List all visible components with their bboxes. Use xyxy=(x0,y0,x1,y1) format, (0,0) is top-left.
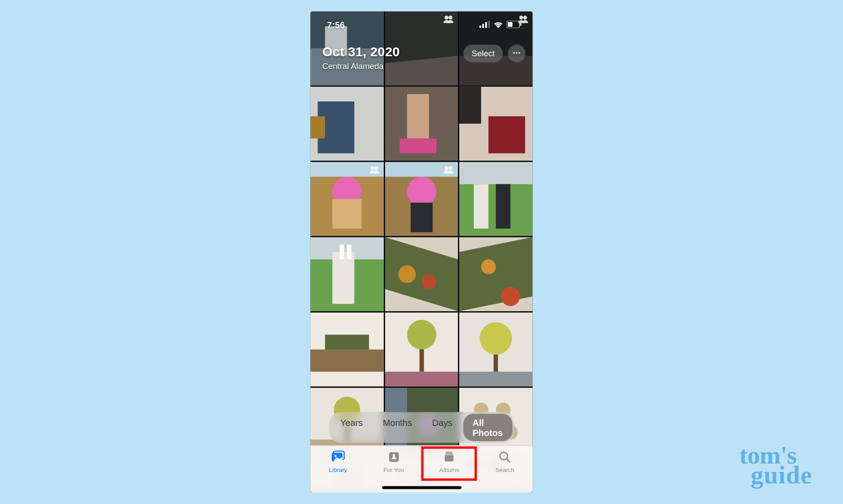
svg-point-28 xyxy=(407,177,436,207)
svg-rect-19 xyxy=(459,86,481,123)
search-icon xyxy=(497,450,512,466)
ellipsis-icon xyxy=(512,48,522,59)
svg-point-30 xyxy=(445,166,449,170)
svg-point-100 xyxy=(334,455,336,457)
tab-label: Albums xyxy=(440,467,459,473)
svg-point-54 xyxy=(407,320,436,350)
svg-rect-38 xyxy=(332,252,354,304)
svg-rect-92 xyxy=(508,22,512,27)
photo-thumbnail[interactable] xyxy=(459,313,533,387)
header-location: Central Alameda xyxy=(322,61,400,71)
people-icon xyxy=(368,166,380,174)
svg-rect-89 xyxy=(485,22,487,28)
svg-rect-13 xyxy=(310,116,325,139)
photo-thumbnail[interactable] xyxy=(385,313,458,387)
photo-thumbnail[interactable] xyxy=(459,162,533,236)
svg-rect-88 xyxy=(482,24,484,28)
svg-rect-55 xyxy=(385,372,458,387)
albums-icon xyxy=(442,450,457,466)
time-segmented-control[interactable]: Years Months Days All Photos xyxy=(329,412,514,443)
iphone-screenshot: 7:56 Oct 31, 2020 Central Alameda Select… xyxy=(310,11,533,493)
tab-label: For You xyxy=(383,467,404,473)
photo-thumbnail[interactable] xyxy=(459,86,533,161)
svg-point-44 xyxy=(422,274,436,289)
svg-rect-15 xyxy=(407,94,429,138)
photo-thumbnail[interactable] xyxy=(310,86,384,161)
segment-months[interactable]: Months xyxy=(373,414,422,441)
svg-rect-34 xyxy=(474,184,489,228)
for-you-icon xyxy=(386,450,401,466)
svg-rect-87 xyxy=(479,25,481,28)
tab-search[interactable]: Search xyxy=(477,446,533,493)
svg-point-94 xyxy=(513,52,515,54)
svg-rect-59 xyxy=(459,372,533,387)
wifi-icon xyxy=(494,19,503,29)
svg-rect-90 xyxy=(488,21,490,28)
segment-all-photos[interactable]: All Photos xyxy=(463,414,512,441)
photo-thumbnail[interactable] xyxy=(459,237,533,311)
svg-rect-39 xyxy=(340,245,344,259)
svg-point-25 xyxy=(374,166,378,170)
svg-point-102 xyxy=(393,454,395,457)
more-button[interactable] xyxy=(508,44,526,62)
photo-thumbnail[interactable] xyxy=(310,237,384,311)
svg-point-58 xyxy=(480,322,512,355)
tab-label: Library xyxy=(329,467,347,473)
svg-point-96 xyxy=(519,52,520,54)
select-button[interactable]: Select xyxy=(463,44,503,62)
photo-grid[interactable] xyxy=(310,11,533,462)
tab-label: Search xyxy=(495,467,514,473)
battery-icon xyxy=(507,19,522,29)
photo-thumbnail[interactable] xyxy=(385,86,458,161)
svg-rect-51 xyxy=(325,335,369,349)
svg-point-43 xyxy=(398,265,416,283)
svg-rect-103 xyxy=(445,455,454,461)
svg-rect-40 xyxy=(347,245,351,259)
svg-rect-105 xyxy=(446,452,453,453)
svg-point-95 xyxy=(516,52,518,54)
tab-library[interactable]: Library xyxy=(310,446,366,493)
header-date: Oct 31, 2020 xyxy=(322,44,400,60)
svg-rect-50 xyxy=(310,349,384,372)
people-icon xyxy=(443,166,454,174)
grid-header: Oct 31, 2020 Central Alameda xyxy=(322,44,400,70)
segment-days[interactable]: Days xyxy=(423,414,462,441)
segment-years[interactable]: Years xyxy=(331,414,372,441)
svg-point-47 xyxy=(481,259,496,274)
home-indicator[interactable] xyxy=(382,486,461,489)
photo-thumbnail[interactable] xyxy=(385,162,458,236)
svg-line-107 xyxy=(507,459,510,462)
photo-thumbnail[interactable] xyxy=(385,237,458,311)
svg-point-24 xyxy=(370,166,374,170)
tab-albums[interactable]: Albums xyxy=(422,446,477,493)
svg-rect-23 xyxy=(332,199,362,228)
status-bar: 7:56 xyxy=(310,17,533,31)
svg-rect-29 xyxy=(411,203,432,232)
library-icon xyxy=(331,450,346,466)
cellular-icon xyxy=(479,19,490,29)
photo-thumbnail[interactable] xyxy=(310,313,384,387)
svg-rect-35 xyxy=(496,184,511,228)
tab-for-you[interactable]: For You xyxy=(366,446,422,493)
photo-thumbnail[interactable] xyxy=(310,162,384,236)
svg-point-48 xyxy=(501,287,520,306)
svg-rect-33 xyxy=(459,162,533,184)
svg-rect-18 xyxy=(489,116,525,153)
status-time: 7:56 xyxy=(327,19,345,29)
tab-bar: Library For You Albums Search xyxy=(310,445,533,493)
svg-rect-104 xyxy=(446,453,453,454)
svg-rect-93 xyxy=(520,23,522,26)
svg-point-31 xyxy=(449,166,453,170)
watermark-logo: tom's guide xyxy=(739,445,812,485)
svg-rect-16 xyxy=(400,138,436,153)
